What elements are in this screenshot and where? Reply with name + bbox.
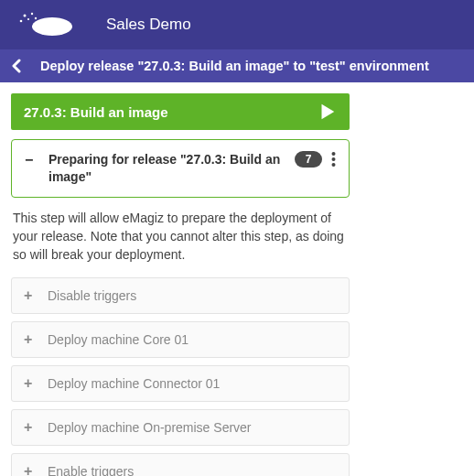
chevron-left-icon — [9, 59, 24, 73]
active-step-card[interactable]: − Preparing for release "27.0.3: Build a… — [11, 139, 350, 198]
run-button[interactable] — [317, 102, 337, 122]
collapse-icon[interactable]: − — [25, 152, 39, 168]
svg-point-5 — [35, 17, 37, 19]
play-icon — [317, 102, 337, 122]
step-disable-triggers[interactable]: + Disable triggers — [11, 277, 350, 314]
app-header: Sales Demo — [0, 0, 474, 49]
release-banner: 27.0.3: Build an image — [11, 93, 350, 130]
svg-point-1 — [24, 15, 27, 17]
breadcrumb-bar: Deploy release "27.0.3: Build an image" … — [0, 49, 474, 82]
step-count-badge: 7 — [295, 151, 322, 168]
step-enable-triggers[interactable]: + Enable triggers — [11, 453, 350, 476]
kebab-icon — [331, 151, 336, 168]
expand-icon: + — [24, 288, 37, 303]
expand-icon: + — [24, 376, 37, 391]
step-menu-button[interactable] — [331, 151, 336, 168]
step-deploy-onpremise[interactable]: + Deploy machine On-premise Server — [11, 409, 350, 446]
logo-icon — [16, 8, 80, 41]
active-step-label: Preparing for release "27.0.3: Build an … — [48, 151, 285, 186]
step-label: Disable triggers — [48, 288, 136, 303]
step-label: Deploy machine Core 01 — [48, 332, 189, 347]
svg-point-8 — [332, 163, 336, 167]
release-title: 27.0.3: Build an image — [24, 104, 168, 120]
expand-icon: + — [24, 464, 37, 476]
app-title: Sales Demo — [106, 16, 191, 34]
deployment-panel: 27.0.3: Build an image − Preparing for r… — [11, 93, 350, 476]
step-label: Deploy machine Connector 01 — [48, 376, 220, 391]
svg-point-2 — [31, 13, 33, 15]
svg-point-3 — [20, 20, 23, 23]
step-label: Deploy machine On-premise Server — [48, 420, 252, 435]
svg-point-4 — [27, 18, 29, 20]
step-deploy-core-01[interactable]: + Deploy machine Core 01 — [11, 321, 350, 358]
step-deploy-connector-01[interactable]: + Deploy machine Connector 01 — [11, 365, 350, 402]
back-button[interactable] — [9, 59, 24, 73]
active-step-description: This step will allow eMagiz to prepare t… — [11, 205, 350, 277]
app-logo — [11, 6, 84, 43]
svg-point-7 — [332, 157, 336, 161]
svg-point-6 — [332, 152, 336, 156]
main-content: 27.0.3: Build an image − Preparing for r… — [0, 82, 474, 476]
expand-icon: + — [24, 332, 37, 347]
step-label: Enable triggers — [48, 464, 134, 476]
expand-icon: + — [24, 420, 37, 435]
page-title: Deploy release "27.0.3: Build an image" … — [40, 59, 429, 73]
